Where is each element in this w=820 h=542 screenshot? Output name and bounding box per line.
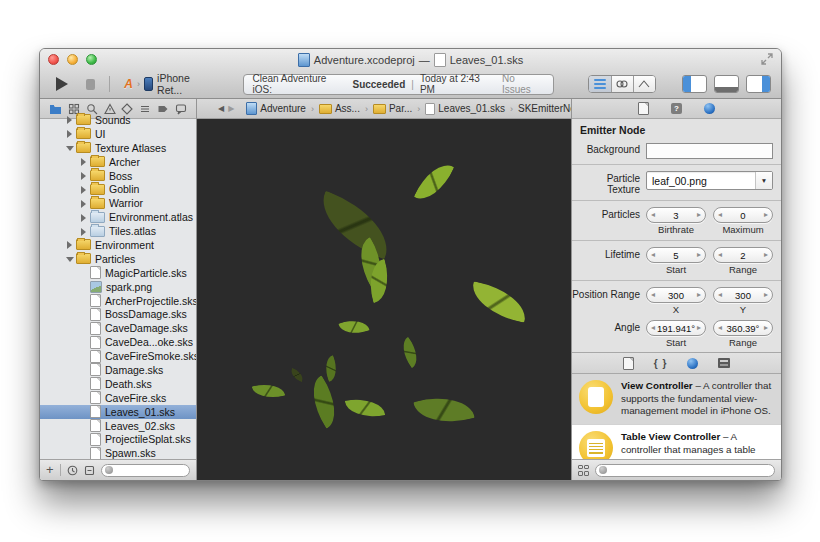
breadcrumb-file[interactable]: Leaves_01.sks bbox=[425, 103, 505, 115]
stepper-value[interactable]: 300 bbox=[655, 290, 697, 301]
assistant-editor-button[interactable] bbox=[612, 76, 634, 92]
tree-row[interactable]: Leaves_02.sks bbox=[40, 419, 196, 433]
particle-texture-combobox[interactable]: leaf_00.png ▼ bbox=[646, 171, 773, 190]
breadcrumb-project[interactable]: Adventure bbox=[246, 102, 306, 115]
stepper-field[interactable]: ◂360.39°▸ bbox=[713, 320, 773, 336]
tree-row[interactable]: Archer bbox=[40, 155, 196, 169]
object-library-icon[interactable] bbox=[687, 358, 698, 369]
disclosure-triangle[interactable] bbox=[80, 158, 87, 165]
node-inspector-tab-icon[interactable] bbox=[704, 103, 715, 114]
disclosure-triangle[interactable] bbox=[66, 130, 73, 137]
stepper-field[interactable]: ◂300▸ bbox=[713, 287, 773, 303]
tree-row-selected[interactable]: Leaves_01.sks bbox=[40, 405, 196, 419]
standard-editor-button[interactable] bbox=[589, 76, 611, 92]
navigator-filter-field[interactable] bbox=[101, 464, 190, 477]
tree-row[interactable]: Spawn.sks bbox=[40, 446, 196, 459]
breadcrumb-particles[interactable]: Par... bbox=[373, 103, 412, 114]
back-button[interactable]: ◀ bbox=[218, 104, 224, 113]
background-color-well[interactable] bbox=[646, 143, 773, 159]
toggle-navigator-button[interactable] bbox=[682, 75, 707, 93]
tree-row[interactable]: BossDamage.sks bbox=[40, 307, 196, 321]
file-inspector-tab-icon[interactable] bbox=[638, 102, 649, 115]
stepper-field[interactable]: ◂3▸ bbox=[646, 207, 706, 223]
recent-files-icon[interactable] bbox=[67, 465, 78, 476]
tree-row[interactable]: Particles bbox=[40, 252, 196, 266]
disclosure-triangle[interactable] bbox=[66, 144, 73, 151]
stepper-value[interactable]: 0 bbox=[722, 210, 764, 221]
stepper-value[interactable]: 300 bbox=[722, 290, 764, 301]
breadcrumb-node[interactable]: SKEmitterNode bbox=[518, 103, 571, 114]
fullscreen-icon[interactable] bbox=[761, 53, 773, 65]
disclosure-triangle[interactable] bbox=[80, 228, 87, 235]
stepper-increment-button[interactable]: ▸ bbox=[697, 211, 701, 219]
stepper-increment-button[interactable]: ▸ bbox=[697, 324, 701, 332]
zoom-button[interactable] bbox=[86, 54, 97, 65]
tree-row[interactable]: Boss bbox=[40, 169, 196, 183]
tree-row[interactable]: Goblin bbox=[40, 182, 196, 196]
tree-row[interactable]: Tiles.atlas bbox=[40, 224, 196, 238]
scheme-selector[interactable]: A › iPhone Ret... bbox=[124, 72, 205, 96]
breadcrumb-assets[interactable]: Ass... bbox=[319, 103, 360, 114]
stepper-increment-button[interactable]: ▸ bbox=[764, 324, 768, 332]
run-button[interactable] bbox=[56, 77, 68, 91]
tree-row[interactable]: CaveFireSmoke.sks bbox=[40, 349, 196, 363]
stepper-increment-button[interactable]: ▸ bbox=[764, 291, 768, 299]
stepper-value[interactable]: 2 bbox=[722, 250, 764, 261]
tree-row[interactable]: Texture Atlases bbox=[40, 141, 196, 155]
stepper-field[interactable]: ◂300▸ bbox=[646, 287, 706, 303]
tree-row[interactable]: Environment bbox=[40, 238, 196, 252]
stepper-value[interactable]: 3 bbox=[655, 210, 697, 221]
tree-row[interactable]: CaveDamage.sks bbox=[40, 321, 196, 335]
tree-row[interactable]: Warrior bbox=[40, 196, 196, 210]
scm-status-icon[interactable] bbox=[84, 465, 95, 476]
stop-button[interactable] bbox=[86, 79, 95, 90]
stepper-increment-button[interactable]: ▸ bbox=[764, 251, 768, 259]
stepper-value[interactable]: 5 bbox=[655, 250, 697, 261]
disclosure-triangle[interactable] bbox=[80, 172, 87, 179]
combobox-dropdown-button[interactable]: ▼ bbox=[755, 172, 772, 189]
tree-row[interactable]: Sounds bbox=[40, 113, 196, 127]
add-file-button[interactable]: + bbox=[46, 463, 54, 476]
stepper-value[interactable]: 360.39° bbox=[722, 323, 764, 334]
tree-row[interactable]: MagicParticle.sks bbox=[40, 266, 196, 280]
tree-row[interactable]: Environment.atlas bbox=[40, 210, 196, 224]
stepper-field[interactable]: ◂191.941°▸ bbox=[646, 320, 706, 336]
tree-row[interactable]: CaveDea...oke.sks bbox=[40, 335, 196, 349]
stepper-increment-button[interactable]: ▸ bbox=[697, 291, 701, 299]
quick-help-tab-icon[interactable]: ? bbox=[671, 103, 682, 114]
disclosure-triangle[interactable] bbox=[80, 214, 87, 221]
minimize-button[interactable] bbox=[67, 54, 78, 65]
stepper-field[interactable]: ◂0▸ bbox=[713, 207, 773, 223]
tree-row[interactable]: Damage.sks bbox=[40, 363, 196, 377]
library-view-mode-icon[interactable] bbox=[578, 465, 589, 476]
stepper-field[interactable]: ◂2▸ bbox=[713, 247, 773, 263]
disclosure-triangle[interactable] bbox=[80, 186, 87, 193]
disclosure-triangle[interactable] bbox=[66, 116, 73, 123]
titlebar[interactable]: Adventure.xcodeproj — Leaves_01.sks bbox=[40, 49, 781, 70]
tree-row[interactable]: UI bbox=[40, 127, 196, 141]
tree-row[interactable]: Death.sks bbox=[40, 377, 196, 391]
related-items-icon[interactable] bbox=[203, 103, 206, 114]
toggle-utilities-button[interactable] bbox=[746, 75, 771, 93]
tree-row[interactable]: ArcherProjectile.sks bbox=[40, 294, 196, 308]
file-template-library-icon[interactable] bbox=[623, 357, 634, 370]
code-snippet-library-icon[interactable]: { } bbox=[654, 358, 668, 369]
toggle-debug-area-button[interactable] bbox=[714, 75, 739, 93]
library-filter-field[interactable] bbox=[595, 464, 775, 477]
tree-row[interactable]: CaveFire.sks bbox=[40, 391, 196, 405]
disclosure-triangle[interactable] bbox=[80, 200, 87, 207]
tree-row[interactable]: ProjectileSplat.sks bbox=[40, 432, 196, 446]
media-library-icon[interactable] bbox=[718, 358, 730, 368]
tree-row[interactable]: spark.png bbox=[40, 280, 196, 294]
emitter-canvas[interactable] bbox=[197, 119, 571, 480]
library-item[interactable]: Table View Controller – A controller tha… bbox=[572, 425, 781, 459]
disclosure-triangle[interactable] bbox=[66, 241, 73, 248]
library-item[interactable]: View Controller – A controller that supp… bbox=[572, 374, 781, 425]
stepper-field[interactable]: ◂5▸ bbox=[646, 247, 706, 263]
forward-button[interactable]: ▶ bbox=[228, 104, 234, 113]
disclosure-triangle[interactable] bbox=[66, 255, 73, 262]
version-editor-button[interactable] bbox=[634, 76, 655, 92]
particle-texture-value[interactable]: leaf_00.png bbox=[647, 175, 755, 187]
close-button[interactable] bbox=[48, 54, 59, 65]
stepper-increment-button[interactable]: ▸ bbox=[697, 251, 701, 259]
